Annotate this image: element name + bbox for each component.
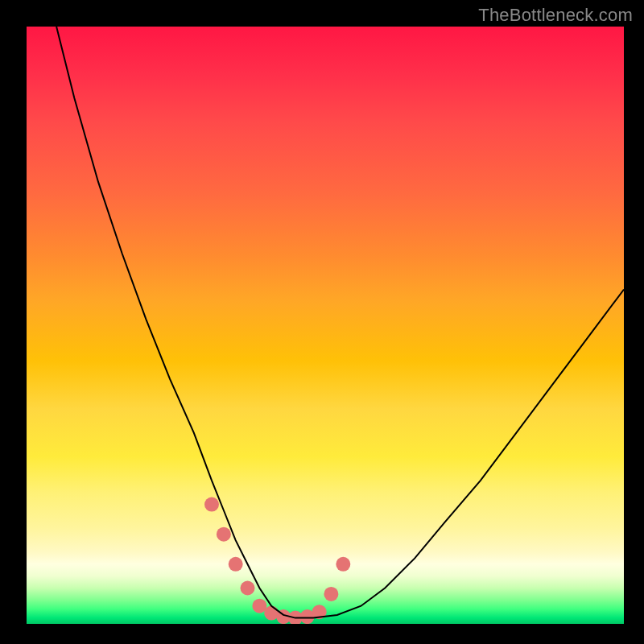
highlight-dot: [241, 581, 255, 596]
bottleneck-curve: [56, 27, 624, 618]
highlight-dot: [217, 527, 231, 542]
chart-plot-area: [27, 27, 624, 624]
chart-svg: [27, 27, 624, 624]
highlight-dot: [229, 557, 243, 572]
highlight-dot: [324, 587, 338, 601]
highlight-dot: [204, 497, 219, 512]
watermark-text: TheBottleneck.com: [478, 5, 633, 26]
highlight-dot: [336, 557, 350, 572]
